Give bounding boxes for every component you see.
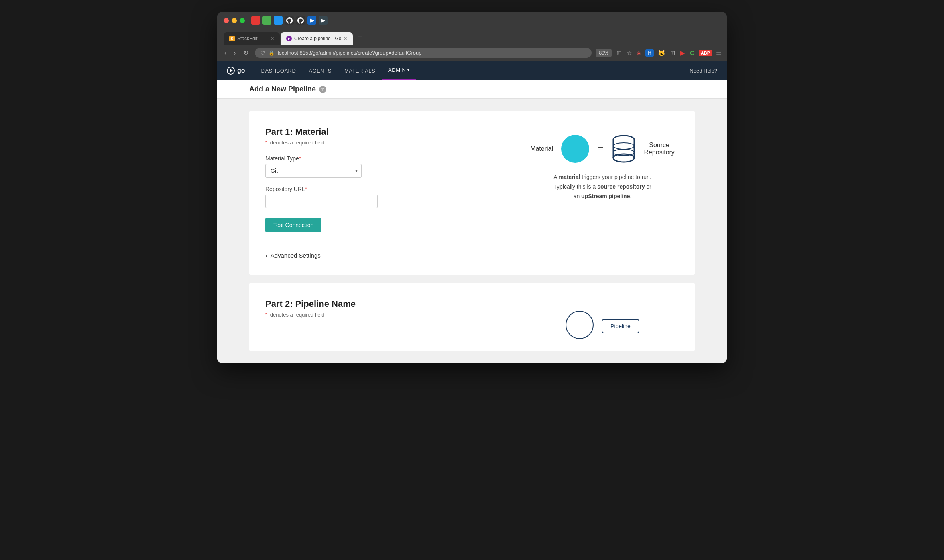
app-navbar: go DASHBOARD AGENTS MATERIALS ADMIN ▾ Ne… — [217, 61, 727, 80]
pipeline-circle — [566, 311, 594, 339]
page-header: Add a New Pipeline ? — [217, 80, 727, 99]
address-bar-wrapper: 🛡 🔒 — [255, 48, 592, 58]
pipeline-close-icon[interactable]: ✕ — [344, 36, 347, 41]
new-tab-button[interactable]: + — [354, 30, 366, 45]
ext-icon-2 — [262, 16, 271, 25]
browser-icons: ▶ ▶ — [251, 16, 328, 25]
part1-left: Part 1: Material * denotes a required fi… — [265, 127, 502, 259]
github-icon — [285, 16, 294, 25]
grammarly-icon[interactable]: G — [689, 49, 696, 57]
illustration: Material = — [530, 135, 675, 201]
abp-icon[interactable]: ABP — [699, 50, 712, 56]
play-icon: ▶ — [307, 16, 316, 25]
repo-url-required-star: * — [305, 186, 307, 192]
page-title: Add a New Pipeline — [249, 85, 316, 93]
ext-grid-icon[interactable]: ⊞ — [669, 49, 676, 57]
tab-stackedit[interactable]: S StackEdit ✕ — [224, 32, 280, 45]
tab-pipeline[interactable]: ▶ Create a pipeline - Go ✕ — [281, 32, 353, 45]
material-type-field: Material Type* Git Subversion Mercurial … — [265, 155, 502, 178]
youtube-icon[interactable]: ▶ — [680, 49, 686, 57]
grid-icon[interactable]: ⊞ — [616, 49, 623, 57]
part2-left: Part 2: Pipeline Name * denotes a requir… — [265, 299, 502, 339]
media-icon: ▶ — [319, 16, 328, 25]
material-type-select[interactable]: Git Subversion Mercurial Perforce TFS Pa… — [265, 164, 362, 178]
browser-toolbar: ‹ › ↻ 🛡 🔒 80% ⊞ ☆ ◈ H 🐱 ⊞ ▶ G ABP ☰ — [217, 45, 727, 61]
part1-required-note: * denotes a required field — [265, 140, 502, 146]
test-connection-button[interactable]: Test Connection — [265, 218, 321, 232]
main-content: Part 1: Material * denotes a required fi… — [217, 99, 727, 363]
admin-dropdown-icon: ▾ — [407, 68, 410, 72]
logo-text: go — [237, 67, 245, 74]
zoom-badge: 80% — [596, 49, 612, 57]
shield-icon: 🛡 — [260, 50, 265, 56]
source-repo-label: SourceRepository — [644, 142, 674, 156]
repository-url-field: Repository URL* — [265, 186, 502, 208]
tab-stackedit-label: StackEdit — [237, 36, 258, 41]
star-icon[interactable]: ☆ — [626, 49, 633, 57]
required-star: * — [265, 140, 267, 146]
cat-icon[interactable]: 🐱 — [657, 49, 666, 57]
tab-pipeline-label: Create a pipeline - Go — [294, 36, 341, 41]
material-type-required-star: * — [299, 155, 301, 162]
stackedit-favicon: S — [229, 36, 235, 41]
menu-icon[interactable]: ☰ — [715, 49, 722, 57]
advanced-settings-label: Advanced Settings — [271, 252, 321, 259]
browser-controls: ▶ ▶ — [224, 16, 720, 25]
repository-url-label-text: Repository URL — [265, 186, 305, 192]
pocket-icon[interactable]: ◈ — [636, 49, 642, 57]
database-icon — [612, 135, 636, 163]
section-divider — [265, 242, 502, 242]
nav-item-admin[interactable]: ADMIN ▾ — [382, 61, 416, 80]
repository-url-label: Repository URL* — [265, 186, 502, 192]
back-button[interactable]: ‹ — [222, 48, 229, 57]
forward-button[interactable]: › — [231, 48, 238, 57]
stackedit-close-icon[interactable]: ✕ — [271, 36, 274, 41]
traffic-lights — [224, 18, 245, 23]
address-bar-input[interactable] — [278, 50, 586, 56]
browser-window: ▶ ▶ S StackEdit ✕ ▶ Create a pipeline - … — [217, 12, 727, 363]
help-icon[interactable]: ? — [319, 86, 326, 93]
tabs-row: S StackEdit ✕ ▶ Create a pipeline - Go ✕… — [224, 30, 720, 45]
app-container: go DASHBOARD AGENTS MATERIALS ADMIN ▾ Ne… — [217, 61, 727, 363]
advanced-settings-toggle[interactable]: › Advanced Settings — [265, 252, 502, 259]
nav-buttons: ‹ › ↻ — [222, 48, 251, 57]
maximize-traffic-light[interactable] — [240, 18, 245, 23]
material-type-label-text: Material Type — [265, 155, 299, 162]
part2-card: Part 2: Pipeline Name * denotes a requir… — [249, 283, 695, 351]
illustration-diagram: Material = — [530, 135, 675, 163]
close-traffic-light[interactable] — [224, 18, 229, 23]
material-circle — [561, 135, 589, 163]
ext-icon-1 — [251, 16, 260, 25]
admin-label: ADMIN — [388, 67, 406, 73]
part2-title: Part 2: Pipeline Name — [265, 299, 502, 309]
github-ext-icon — [296, 16, 305, 25]
ext-icon-3 — [274, 16, 283, 25]
nav-help[interactable]: Need Help? — [690, 68, 717, 74]
chevron-right-icon: › — [265, 252, 267, 259]
lock-icon: 🔒 — [269, 50, 275, 56]
part2-required-note-text: denotes a required field — [270, 312, 325, 318]
browser-titlebar: ▶ ▶ S StackEdit ✕ ▶ Create a pipeline - … — [217, 12, 727, 45]
required-note-text: denotes a required field — [270, 140, 325, 146]
material-label: Material — [530, 145, 553, 152]
repository-url-input[interactable] — [265, 195, 378, 208]
minimize-traffic-light[interactable] — [232, 18, 237, 23]
part1-card: Part 1: Material * denotes a required fi… — [249, 111, 695, 275]
nav-item-materials[interactable]: MATERIALS — [338, 61, 382, 80]
pipeline-box: Pipeline — [602, 319, 639, 333]
part2-diagram: Pipeline — [566, 311, 639, 339]
part2-right: Pipeline — [526, 299, 679, 339]
app-logo: go — [227, 67, 245, 75]
nav-item-dashboard[interactable]: DASHBOARD — [255, 61, 303, 80]
part1-title: Part 1: Material — [265, 127, 502, 137]
h-icon[interactable]: H — [645, 49, 654, 57]
logo-play — [230, 69, 233, 73]
reload-button[interactable]: ↻ — [241, 48, 251, 57]
part2-required-star: * — [265, 312, 267, 318]
pipeline-favicon: ▶ — [286, 36, 292, 41]
illustration-text: A material triggers your pipeline to run… — [553, 172, 651, 201]
toolbar-right: ⊞ ☆ ◈ H 🐱 ⊞ ▶ G ABP ☰ — [616, 49, 722, 57]
material-type-select-wrapper: Git Subversion Mercurial Perforce TFS Pa… — [265, 164, 362, 178]
equals-sign: = — [597, 142, 604, 155]
nav-item-agents[interactable]: AGENTS — [302, 61, 338, 80]
